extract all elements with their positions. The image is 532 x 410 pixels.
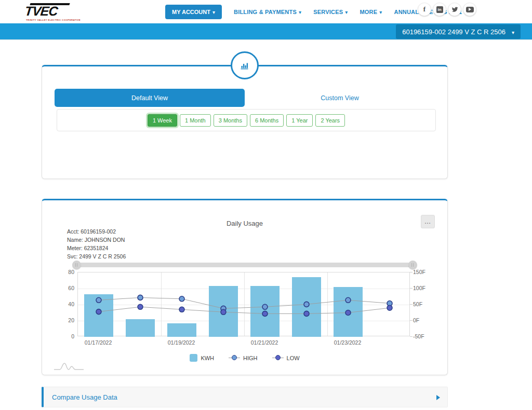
chart-menu-button[interactable]: ... xyxy=(421,215,435,228)
line-series xyxy=(78,272,410,337)
high-marker[interactable] xyxy=(138,295,143,300)
temp-axis-tick: 100F xyxy=(413,285,437,291)
nav-label: MY ACCOUNT xyxy=(172,9,210,15)
legend-item-high[interactable]: HIGH xyxy=(229,355,258,361)
y-axis-tick: 60 xyxy=(50,285,74,291)
expand-arrow-icon xyxy=(436,395,440,400)
youtube-icon[interactable] xyxy=(463,3,476,16)
linkedin-icon[interactable] xyxy=(433,3,446,16)
chart-title: Daily Usage xyxy=(42,220,447,227)
y-axis-tick: 20 xyxy=(50,317,74,323)
high-marker[interactable] xyxy=(262,304,268,309)
navigator-sparkline-icon[interactable] xyxy=(52,361,89,372)
high-marker[interactable] xyxy=(96,297,101,303)
legend-label: KWH xyxy=(201,355,214,361)
temp-axis-tick: 0F xyxy=(413,317,437,323)
x-axis-tick: 01/17/2022 xyxy=(75,339,122,346)
compare-usage-data-expander[interactable]: Compare Usage Data xyxy=(42,387,448,407)
low-marker[interactable] xyxy=(345,310,351,316)
x-axis-tick: 01/23/2022 xyxy=(324,339,371,346)
info-svc: Svc: 2499 V Z C R 2506 xyxy=(67,252,126,261)
info-meter: Meter: 62351824 xyxy=(67,244,126,252)
compare-label: Compare Usage Data xyxy=(52,393,117,401)
social-links xyxy=(418,3,476,16)
legend-label: LOW xyxy=(287,355,300,361)
facebook-icon[interactable] xyxy=(418,3,431,16)
logo-subtitle: TRINITY VALLEY ELECTRIC COOPERATIVE xyxy=(26,19,81,21)
view-tabs: Default View Custom View xyxy=(55,89,435,107)
site-header: TVEC TRINITY VALLEY ELECTRIC COOPERATIVE… xyxy=(0,0,532,23)
nav-label: MORE xyxy=(360,9,377,15)
nav-my-account[interactable]: MY ACCOUNT xyxy=(165,5,222,19)
zoom-slider-track[interactable] xyxy=(76,263,413,267)
legend-label: HIGH xyxy=(243,355,258,361)
range-1-month[interactable]: 1 Month xyxy=(180,114,211,127)
low-marker[interactable] xyxy=(304,311,309,316)
legend-item-kwh[interactable]: KWH xyxy=(190,354,214,362)
slider-handle-right[interactable] xyxy=(408,261,417,269)
bar-chart-icon xyxy=(231,51,259,79)
low-marker[interactable] xyxy=(179,307,184,312)
low-marker[interactable] xyxy=(138,304,143,309)
y-axis-tick: 40 xyxy=(50,301,74,307)
high-marker[interactable] xyxy=(345,297,351,303)
daily-usage-card: Daily Usage ... Acct: 60196159-002 Name:… xyxy=(42,199,448,375)
twitter-icon[interactable] xyxy=(448,3,461,16)
range-1-year[interactable]: 1 Year xyxy=(286,114,313,127)
account-bar: 60196159-002 2499 V Z C R 2506 xyxy=(0,23,532,40)
high-marker[interactable] xyxy=(179,296,184,302)
nav-billing-payments[interactable]: BILLING & PAYMENTS xyxy=(234,9,301,15)
low-marker[interactable] xyxy=(262,311,268,316)
tab-default-view[interactable]: Default View xyxy=(55,89,245,107)
low-marker[interactable] xyxy=(221,309,226,315)
view-selection-card: Default View Custom View 1 Week 1 Month … xyxy=(42,65,448,179)
logo-title: TVEC xyxy=(24,4,58,19)
high-marker[interactable] xyxy=(304,302,309,307)
slider-handle-left[interactable] xyxy=(72,261,81,269)
nav-label: SERVICES xyxy=(313,9,343,15)
temp-axis-tick: 150F xyxy=(413,269,437,275)
range-6-months[interactable]: 6 Months xyxy=(250,114,284,127)
temp-axis-tick: -50F xyxy=(413,333,437,339)
range-3-months[interactable]: 3 Months xyxy=(214,114,247,127)
chart-plot-area xyxy=(77,272,410,336)
caret-down-icon xyxy=(510,28,514,36)
tvec-logo[interactable]: TVEC TRINITY VALLEY ELECTRIC COOPERATIVE xyxy=(24,2,73,22)
selected-account: 60196159-002 2499 V Z C R 2506 xyxy=(402,28,506,36)
kwh-swatch xyxy=(190,354,197,362)
info-acct: Acct: 60196159-002 xyxy=(67,227,126,236)
low-marker-glyph xyxy=(272,358,284,358)
y-axis-tick: 80 xyxy=(50,269,74,275)
account-info: Acct: 60196159-002 Name: JOHNSON DON Met… xyxy=(67,227,126,261)
range-1-week[interactable]: 1 Week xyxy=(148,114,177,127)
x-axis-tick: 01/19/2022 xyxy=(158,339,205,346)
info-name: Name: JOHNSON DON xyxy=(67,236,126,244)
low-marker[interactable] xyxy=(387,305,392,310)
page: TVEC TRINITY VALLEY ELECTRIC COOPERATIVE… xyxy=(0,0,532,410)
legend-item-low[interactable]: LOW xyxy=(272,355,300,361)
date-range-group: 1 Week 1 Month 3 Months 6 Months 1 Year … xyxy=(57,109,436,131)
low-marker[interactable] xyxy=(96,309,101,315)
youtube-play-glyph xyxy=(466,7,474,12)
tab-custom-view[interactable]: Custom View xyxy=(245,89,435,107)
x-axis-tick: 01/21/2022 xyxy=(241,339,288,346)
account-selector-dropdown[interactable]: 60196159-002 2499 V Z C R 2506 xyxy=(396,24,521,39)
nav-label: BILLING & PAYMENTS xyxy=(234,9,297,15)
temp-axis-tick: 50F xyxy=(413,301,437,307)
range-2-years[interactable]: 2 Years xyxy=(315,114,345,127)
high-marker-glyph xyxy=(229,358,240,358)
nav-services[interactable]: SERVICES xyxy=(313,9,348,15)
nav-more[interactable]: MORE xyxy=(360,9,382,15)
chart-legend: KWH HIGH LOW xyxy=(42,354,447,362)
y-axis-tick: 0 xyxy=(50,333,74,339)
